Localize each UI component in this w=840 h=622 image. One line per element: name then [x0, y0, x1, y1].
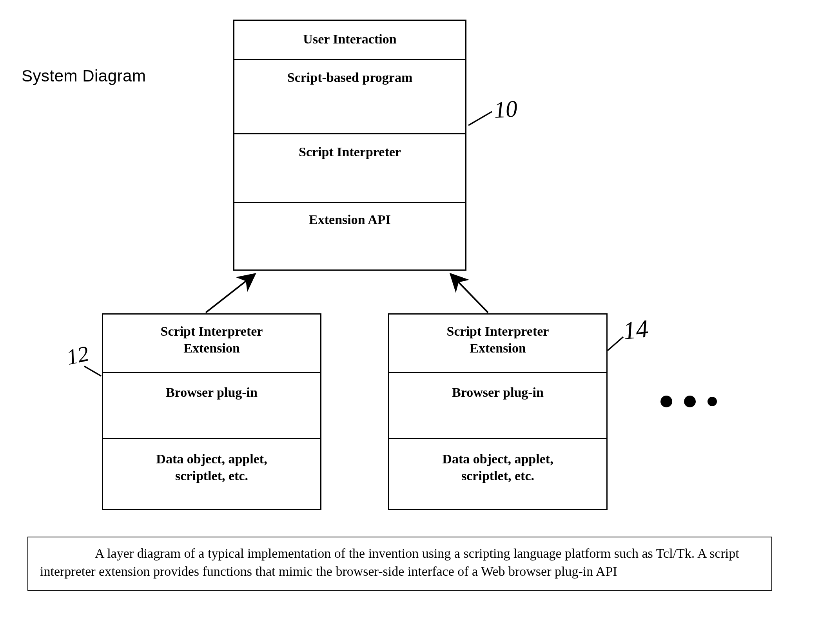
svg-line-3: [84, 366, 101, 376]
caption-box: A layer diagram of a typical implementat…: [27, 537, 772, 591]
caption-text: A layer diagram of a typical implementat…: [40, 544, 760, 580]
connector-lines: [0, 0, 840, 622]
svg-line-1: [451, 274, 488, 313]
svg-line-0: [206, 274, 255, 313]
svg-line-4: [608, 337, 623, 351]
svg-line-2: [468, 112, 492, 125]
